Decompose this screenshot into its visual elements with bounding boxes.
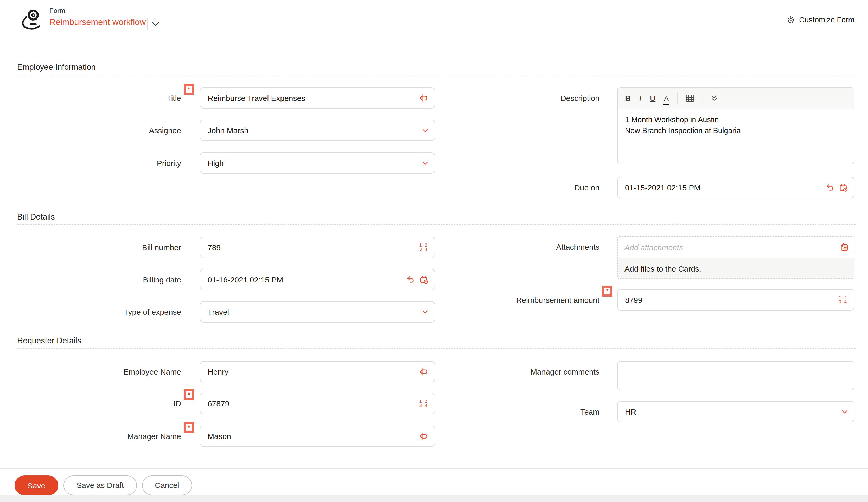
customize-form-button[interactable]: Customize Form: [787, 12, 855, 27]
italic-button[interactable]: I: [639, 94, 642, 103]
chevron-down-icon[interactable]: [152, 22, 159, 27]
asterisk: *: [606, 288, 608, 295]
attachment-icon[interactable]: [840, 243, 849, 252]
attachments-label: Attachments: [0, 236, 599, 258]
attachments-dropzone[interactable]: Add attachments Add files to the Cards.: [617, 236, 855, 279]
field-row-reimbursement-amount: Reimbursement amount * 1 23 4: [0, 289, 868, 311]
app-header: Form Reimbursement workflow Customize Fo…: [0, 0, 868, 40]
page-bottom-strip: [0, 495, 868, 502]
workflow-hand-gear-icon: [20, 8, 43, 32]
manager-name-field: [200, 426, 435, 447]
description-editor: B I U A 1 Month Workshop in Austin New B…: [617, 87, 855, 164]
manager-name-input[interactable]: [200, 426, 435, 446]
font-color-button[interactable]: A: [664, 94, 669, 103]
due-on-input[interactable]: [618, 177, 854, 198]
field-row-description: Description B I U A 1 Month Workshop in …: [0, 87, 868, 164]
section-employee-information: Employee Information: [17, 62, 96, 72]
reimbursement-amount-label: Reimbursement amount: [0, 289, 599, 311]
manager-comments-input[interactable]: [618, 362, 854, 390]
app-label: Form: [50, 7, 146, 14]
attachments-input-row: Add attachments: [618, 237, 854, 258]
team-select[interactable]: HR: [617, 401, 855, 422]
bold-button[interactable]: B: [625, 94, 631, 103]
save-as-draft-button[interactable]: Save as Draft: [63, 475, 137, 495]
footer-bar: Save Save as Draft Cancel: [0, 468, 868, 495]
description-line: 1 Month Workshop in Austin: [625, 114, 847, 125]
due-on-label: Due on: [0, 177, 599, 198]
required-badge: *: [184, 389, 194, 400]
field-row-attachments: Attachments Add attachments Add files to…: [0, 236, 868, 279]
chevron-down-icon: [841, 401, 848, 422]
field-row-team: Team HR: [0, 401, 868, 422]
insert-table-button[interactable]: [686, 95, 694, 102]
section-requester-details: Requester Details: [17, 336, 81, 345]
gear-icon: [787, 15, 795, 24]
reimbursement-amount-field: 1 23 4: [617, 289, 855, 311]
description-line: New Branch Inspection at Bulgaria: [625, 125, 847, 136]
manager-comments-field: [617, 361, 855, 390]
section-divider: [17, 348, 856, 348]
team-label: Team: [0, 401, 599, 422]
attachments-placeholder: Add attachments: [624, 237, 683, 258]
manager-comments-label: Manager comments: [0, 361, 599, 382]
calendar-clock-icon[interactable]: [839, 184, 848, 192]
reimbursement-amount-input[interactable]: [618, 290, 854, 310]
description-label: Description: [0, 87, 599, 109]
section-divider: [17, 224, 856, 225]
field-row-manager-name: Manager Name *: [0, 426, 868, 447]
required-badge: *: [184, 422, 194, 433]
workflow-name[interactable]: Reimbursement workflow: [50, 16, 146, 28]
due-on-field: [617, 177, 855, 198]
asterisk: *: [188, 391, 190, 398]
form-page: Form Reimbursement workflow Customize Fo…: [0, 0, 868, 502]
required-badge: *: [602, 285, 612, 296]
team-value: HR: [625, 401, 636, 422]
section-divider: [17, 75, 856, 75]
manager-name-label: Manager Name: [0, 426, 181, 447]
richtext-toolbar: B I U A: [618, 88, 854, 109]
customize-form-label: Customize Form: [799, 15, 855, 24]
more-tools-button[interactable]: [711, 95, 717, 102]
toolbar-divider: [677, 93, 678, 104]
header-divider: [147, 18, 148, 30]
asterisk: *: [188, 424, 190, 431]
toolbar-divider: [703, 93, 703, 104]
single-line-text-icon: [418, 426, 428, 446]
field-row-due-on: Due on: [0, 177, 868, 198]
underline-button[interactable]: U: [650, 94, 656, 103]
undo-icon[interactable]: [826, 184, 834, 191]
attachments-helper-text: Add files to the Cards.: [618, 258, 854, 279]
section-bill-details: Bill Details: [17, 212, 55, 222]
save-button[interactable]: Save: [14, 475, 58, 495]
cancel-button[interactable]: Cancel: [142, 475, 192, 495]
description-content[interactable]: 1 Month Workshop in Austin New Branch In…: [618, 109, 854, 142]
field-row-manager-comments: Manager comments: [0, 361, 868, 390]
number-field-icon: 1 23 4: [839, 290, 848, 310]
header-titles: Form Reimbursement workflow: [50, 7, 146, 28]
